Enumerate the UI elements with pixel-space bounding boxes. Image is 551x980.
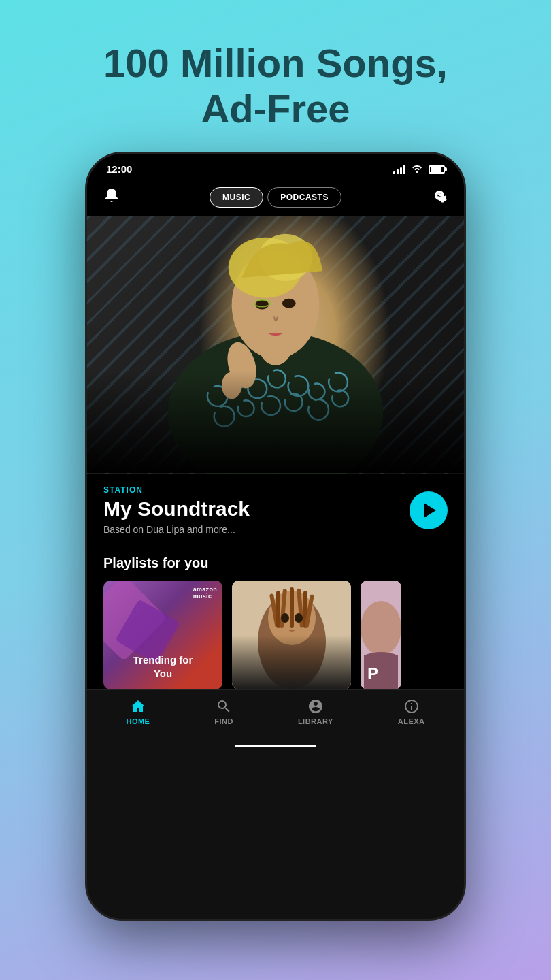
station-title: My Soundtrack — [103, 497, 250, 520]
tab-music[interactable]: MUSIC — [210, 187, 263, 208]
playlists-row: amazonmusic Trending forYou — [103, 581, 448, 689]
top-nav: MUSIC PODCASTS — [87, 182, 464, 216]
svg-rect-10 — [87, 217, 464, 473]
nav-find-label: FIND — [214, 717, 233, 725]
hero-section: 100 Million Songs, Ad-Free — [76, 0, 475, 152]
status-bar: 12:00 — [87, 154, 464, 182]
play-button[interactable] — [410, 491, 448, 529]
tab-podcasts[interactable]: PODCASTS — [267, 187, 341, 208]
tab-pills: MUSIC PODCASTS — [210, 187, 341, 208]
nav-home-label: HOME — [126, 717, 150, 725]
svg-rect-23 — [232, 581, 351, 689]
playlist-card-partial[interactable]: P — [361, 581, 401, 689]
status-time: 12:00 — [106, 163, 132, 175]
status-icons — [393, 163, 445, 175]
station-info: STATION My Soundtrack Based on Dua Lipa … — [87, 474, 464, 549]
nav-alexa-label: ALEXA — [398, 717, 425, 725]
svg-point-25 — [361, 601, 401, 655]
amazon-music-logo: amazonmusic — [193, 586, 217, 600]
bell-icon[interactable] — [103, 187, 120, 208]
playlist-card-person[interactable] — [232, 581, 351, 689]
artist-hero-image — [87, 216, 464, 474]
bottom-nav: HOME FIND LIBRARY ALEXA — [87, 689, 464, 739]
playlist-card-trending[interactable]: amazonmusic Trending forYou — [103, 581, 222, 689]
trending-label: Trending forYou — [103, 653, 222, 680]
svg-text:P: P — [367, 664, 378, 683]
signal-icon — [393, 165, 405, 174]
nav-alexa[interactable]: ALEXA — [398, 698, 425, 725]
playlists-title: Playlists for you — [103, 555, 448, 571]
nav-find[interactable]: FIND — [214, 698, 233, 725]
gear-icon[interactable] — [431, 187, 448, 208]
station-subtitle: Based on Dua Lipa and more... — [103, 524, 250, 535]
nav-home[interactable]: HOME — [126, 698, 150, 725]
nav-library-label: LIBRARY — [298, 717, 333, 725]
wifi-icon — [411, 163, 423, 175]
hero-title: 100 Million Songs, Ad-Free — [103, 41, 448, 131]
nav-library[interactable]: LIBRARY — [298, 698, 333, 725]
play-icon — [424, 503, 436, 518]
home-indicator — [235, 745, 316, 747]
playlists-section: Playlists for you amazonmusic Trending f… — [87, 549, 464, 689]
station-label: STATION — [103, 485, 250, 495]
battery-icon — [429, 165, 445, 174]
phone-mockup: 12:00 MUSIC PO — [85, 152, 466, 921]
